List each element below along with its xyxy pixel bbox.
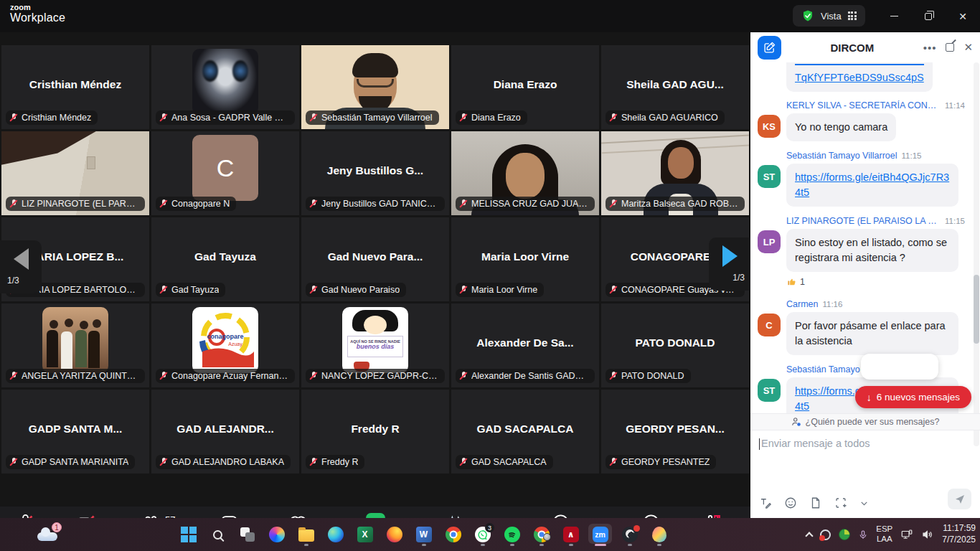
language-indicator[interactable]: ESP LAA: [876, 524, 892, 545]
profile-avatar: [543, 533, 551, 541]
speaker-icon[interactable]: [921, 528, 934, 541]
popout-icon[interactable]: [946, 43, 954, 52]
participant-tile[interactable]: Diana Erazo Diana Erazo: [451, 45, 599, 129]
file-explorer-button[interactable]: [297, 522, 315, 547]
chrome-icon: [446, 527, 461, 542]
new-messages-button[interactable]: ↓ 6 nuevos mensajes: [855, 386, 971, 408]
muted-mic-icon: [609, 457, 618, 467]
participant-tile[interactable]: Freddy R Freddy R: [301, 390, 449, 474]
link-cut-line: [795, 64, 924, 65]
window-controls: ✕: [877, 0, 980, 32]
view-button[interactable]: Vista: [793, 5, 865, 27]
participant-tile[interactable]: ANGELA YARITZA QUINTERO ...: [1, 303, 149, 387]
firefox-button[interactable]: [385, 522, 403, 547]
send-icon: [954, 494, 966, 505]
task-view-button[interactable]: [238, 522, 256, 547]
network-display-icon[interactable]: [900, 528, 913, 541]
muted-mic-icon: [159, 371, 168, 381]
paint-app-button[interactable]: [650, 522, 668, 547]
send-button[interactable]: [948, 489, 971, 509]
gallery-next-page-button[interactable]: 1/3: [709, 237, 750, 291]
participant-tile[interactable]: C Conagopare N: [151, 131, 299, 215]
participant-tile[interactable]: Cristhian Méndez Cristhian Méndez: [1, 45, 149, 129]
antivirus-tray-icon[interactable]: [839, 529, 850, 540]
chrome-button[interactable]: [444, 522, 462, 547]
participant-tile[interactable]: conagopare Azuay Conagopare Azuay Fernan…: [151, 303, 299, 387]
participant-label: GADP SANTA MARIANITA: [6, 455, 135, 469]
participant-tile[interactable]: Sheila GAD AGU... Sheila GAD AGUARICO: [601, 45, 749, 129]
spotify-button[interactable]: [503, 522, 521, 547]
color-drop-icon: [652, 527, 666, 542]
minimize-button[interactable]: [877, 0, 911, 32]
chat-input[interactable]: Enviar mensaje a todos: [759, 438, 971, 449]
screen-record-tray-icon[interactable]: [820, 529, 831, 540]
participant-tile[interactable]: MELISSA CRUZ GAD JUAN G...: [451, 131, 599, 215]
acrobat-icon: ∧: [563, 527, 579, 542]
acrobat-button[interactable]: ∧: [562, 522, 580, 547]
restore-button[interactable]: [911, 0, 946, 32]
message-time: 11:15: [945, 217, 965, 225]
search-button[interactable]: [209, 522, 227, 547]
chat-more-button[interactable]: •••: [923, 42, 937, 54]
message-privacy-note[interactable]: ¿Quién puede ver sus mensajes?: [750, 413, 980, 430]
obs-button[interactable]: [621, 522, 639, 547]
participant-tile[interactable]: GEORDY PESAN... GEORDY PESANTEZ: [601, 390, 749, 474]
file-attach-icon[interactable]: [809, 496, 822, 509]
chat-input-area[interactable]: Enviar mensaje a todos: [750, 430, 980, 518]
chat-scrollbar-thumb[interactable]: [974, 275, 979, 344]
word-button[interactable]: W: [415, 522, 433, 547]
chat-close-button[interactable]: ✕: [963, 41, 973, 54]
zoom-icon: zm: [593, 527, 608, 542]
message-sender: Sebastián Tamayo Villarroel: [786, 151, 897, 161]
microphone-tray-icon[interactable]: [858, 529, 868, 541]
avatar: C: [192, 135, 258, 201]
message-link[interactable]: https://forms.gle/eitBh4QGJjc7R34t5: [795, 171, 949, 198]
chevron-left-icon: [14, 248, 29, 270]
participant-tile[interactable]: GAD SACAPALCA GAD SACAPALCA: [451, 390, 599, 474]
chat-scrollbar-track[interactable]: [974, 62, 979, 446]
participant-tile[interactable]: AQUÍ NO SE RINDE NADIEbuenos días NANCY …: [301, 303, 449, 387]
participant-tile[interactable]: Gad Nuevo Para... Gad Nuevo Paraiso: [301, 217, 449, 301]
participant-tile[interactable]: Maritza Balseca GAD ROBERT...: [601, 131, 749, 215]
taskbar-clock[interactable]: 11:17:59 7/7/2025: [942, 523, 976, 545]
cloud-icon: [37, 532, 57, 541]
participant-tile-active-speaker[interactable]: Sebastián Tamayo Villarroel: [301, 45, 449, 129]
tray-expand-chevron[interactable]: [806, 532, 814, 540]
chrome-profile-button[interactable]: [532, 522, 550, 547]
weather-widget-button[interactable]: 1: [37, 524, 62, 545]
whatsapp-badge: 3: [485, 523, 494, 532]
participant-tile[interactable]: Alexander De Sa... Alexander De Santis G…: [451, 303, 599, 387]
participant-tile[interactable]: Jeny Bustillos G... Jeny Bustillos GAD T…: [301, 131, 449, 215]
message-time: 11:14: [945, 101, 965, 110]
close-button[interactable]: ✕: [946, 0, 980, 32]
participant-tile[interactable]: Ana Sosa - GADPR Valle Her...: [151, 45, 299, 129]
zoom-app-button[interactable]: zm: [591, 522, 609, 547]
chevron-down-icon[interactable]: [859, 499, 869, 508]
screenshot-icon[interactable]: [834, 496, 847, 509]
edge-button[interactable]: [326, 522, 344, 547]
participant-tile[interactable]: Gad Tayuza Gad Tayuza: [151, 217, 299, 301]
participant-tile[interactable]: GADP SANTA M... GADP SANTA MARIANITA: [1, 390, 149, 474]
gallery-view-icon: [848, 11, 857, 20]
start-button[interactable]: [179, 522, 197, 547]
gallery-prev-page-button[interactable]: 1/3: [0, 240, 42, 293]
participant-tile[interactable]: Maria Loor Virne Maria Loor Virne: [451, 217, 599, 301]
participant-label: Jeny Bustillos GAD TANICUCHI: [306, 197, 445, 211]
word-icon: W: [416, 527, 432, 542]
copilot-button[interactable]: [268, 522, 286, 547]
new-chat-button[interactable]: [758, 36, 781, 60]
zoom-workplace-logo: zoom Workplace: [10, 4, 65, 24]
thumbs-up-reaction[interactable]: 1: [786, 276, 805, 287]
participant-tile[interactable]: GAD ALEJANDR... GAD ALEJANDRO LABAKA: [151, 390, 299, 474]
format-text-icon[interactable]: [759, 496, 772, 509]
message-link[interactable]: TqKfYFPT6eBDS9uSsc4pS: [795, 72, 924, 83]
participant-tile[interactable]: LIZ PINARGOTE (EL PARAISO ...: [1, 131, 149, 215]
participant-tile[interactable]: PATO DONALD PATO DONALD: [601, 303, 749, 387]
participant-label: Maria Loor Virne: [456, 283, 544, 297]
whatsapp-button[interactable]: 3: [473, 522, 491, 547]
emoji-icon[interactable]: [784, 496, 797, 509]
notification-dot: [633, 525, 640, 532]
excel-button[interactable]: X: [356, 522, 374, 547]
muted-mic-icon: [159, 457, 168, 467]
page-indicator: 1/3: [732, 273, 745, 283]
